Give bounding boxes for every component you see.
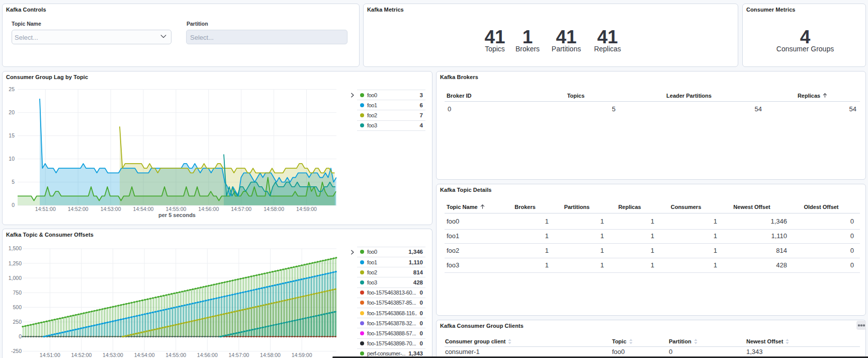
svg-text:1,000: 1,000 — [9, 275, 22, 281]
svg-text:14:51:00: 14:51:00 — [40, 352, 60, 358]
svg-text:1,250: 1,250 — [9, 260, 22, 266]
svg-text:14:52:00: 14:52:00 — [68, 206, 89, 212]
svg-text:14:55:00: 14:55:00 — [165, 352, 186, 358]
svg-text:0: 0 — [12, 202, 15, 208]
svg-text:14:58:00: 14:58:00 — [260, 352, 281, 358]
svg-text:14:59:00: 14:59:00 — [296, 206, 317, 212]
svg-text:14:58:00: 14:58:00 — [264, 206, 284, 212]
svg-text:14:53:00: 14:53:00 — [103, 352, 123, 358]
svg-text:5: 5 — [12, 179, 15, 185]
svg-text:-250: -250 — [11, 348, 22, 354]
svg-text:15: 15 — [9, 132, 15, 138]
svg-text:14:57:00: 14:57:00 — [231, 206, 251, 212]
svg-text:14:55:00: 14:55:00 — [165, 206, 186, 212]
svg-text:14:56:00: 14:56:00 — [198, 206, 219, 212]
svg-text:1,500: 1,500 — [9, 245, 22, 251]
svg-text:14:51:00: 14:51:00 — [35, 206, 56, 212]
svg-text:10: 10 — [9, 156, 15, 162]
svg-text:25: 25 — [9, 86, 15, 92]
svg-text:14:54:00: 14:54:00 — [133, 206, 154, 212]
svg-text:500: 500 — [13, 304, 22, 310]
svg-text:14:59:00: 14:59:00 — [292, 352, 312, 358]
svg-text:14:57:00: 14:57:00 — [228, 352, 249, 358]
svg-text:14:56:00: 14:56:00 — [197, 352, 218, 358]
svg-text:20: 20 — [9, 109, 15, 115]
svg-text:per 5 seconds: per 5 seconds — [158, 212, 196, 218]
svg-text:0: 0 — [19, 333, 22, 339]
svg-text:14:52:00: 14:52:00 — [71, 352, 92, 358]
svg-text:14:54:00: 14:54:00 — [134, 352, 155, 358]
svg-text:750: 750 — [13, 290, 22, 296]
svg-text:250: 250 — [13, 319, 22, 325]
svg-text:14:53:00: 14:53:00 — [101, 206, 121, 212]
